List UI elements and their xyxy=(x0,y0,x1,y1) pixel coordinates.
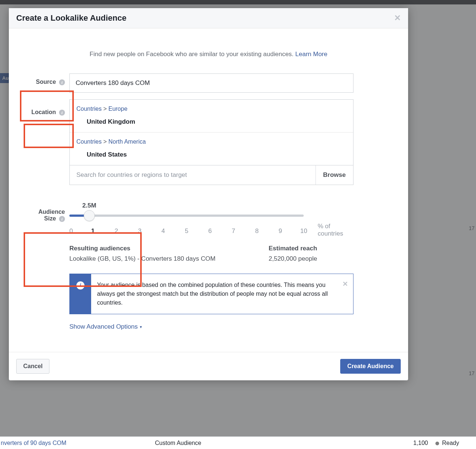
reach-col: Estimated reach 2,520,000 people xyxy=(269,245,353,263)
info-note-text: Your audience is based on the combined p… xyxy=(91,274,353,314)
reach-value: 2,520,000 people xyxy=(269,255,353,263)
location-breadcrumb: Countries > North America xyxy=(76,138,346,145)
bg-row-count: 1,100 xyxy=(399,440,428,446)
slider-ticks: 012345678910 xyxy=(69,227,315,235)
slider-tick: 7 xyxy=(222,227,245,235)
pct-of-countries-label: % of countries xyxy=(318,223,353,237)
slider-ticks-row: 012345678910 % of countries xyxy=(69,223,353,237)
resulting-row: Resulting audiences Lookalike (GB, US, 1… xyxy=(69,245,353,263)
location-label: Location i xyxy=(25,99,69,116)
slider-tick: 1 xyxy=(81,227,105,235)
countries-link[interactable]: Countries xyxy=(76,106,101,112)
size-label-text2: Size xyxy=(44,215,56,222)
info-note: i Your audience is based on the combined… xyxy=(69,274,353,314)
modal-footer: Cancel Create Audience xyxy=(9,352,408,380)
continent-link[interactable]: Europe xyxy=(108,106,128,112)
slider-tick: 8 xyxy=(245,227,269,235)
bg-number: 17 xyxy=(469,225,475,231)
create-audience-button[interactable]: Create Audience xyxy=(340,359,401,374)
slider-track[interactable] xyxy=(69,215,304,217)
location-footer: Browse xyxy=(70,165,353,185)
cancel-button[interactable]: Cancel xyxy=(16,359,49,374)
audience-size-row: Audience Size i 2.5M 012345678910 % of c… xyxy=(25,198,392,330)
size-label-text1: Audience xyxy=(38,209,65,215)
bg-row-type: Custom Audience xyxy=(155,440,399,446)
modal-title: Create a Lookalike Audience xyxy=(16,13,127,23)
slider-tick: 3 xyxy=(128,227,152,235)
bg-top-bar xyxy=(0,0,476,4)
advanced-options-toggle[interactable]: Show Advanced Options▾ xyxy=(69,323,353,330)
slider-tick: 5 xyxy=(175,227,199,235)
source-label-text: Source xyxy=(36,79,56,85)
location-row: Location i Countries > Europe United Kin… xyxy=(25,99,392,185)
bg-row-name: nverters of 90 days COM xyxy=(0,440,155,446)
slider-value-bubble: 2.5M xyxy=(82,202,96,209)
slider-tick: 9 xyxy=(269,227,292,235)
source-input[interactable] xyxy=(69,73,353,93)
close-icon[interactable]: ✕ xyxy=(394,13,401,23)
info-icon[interactable]: i xyxy=(59,79,65,85)
location-search-input[interactable] xyxy=(70,165,315,185)
slider-tick: 2 xyxy=(105,227,128,235)
resulting-col: Resulting audiences Lookalike (GB, US, 1… xyxy=(69,245,269,263)
selected-country: United Kingdom xyxy=(76,118,346,126)
location-label-text: Location xyxy=(31,109,56,115)
bg-bottom-row: nverters of 90 days COM Custom Audience … xyxy=(0,436,476,449)
info-icon: i xyxy=(70,274,91,314)
countries-link[interactable]: Countries xyxy=(76,138,101,145)
bg-row-status: Ready xyxy=(428,440,476,446)
slider-tick: 10 xyxy=(292,227,316,235)
location-box: Countries > Europe United Kingdom Countr… xyxy=(69,99,353,185)
slider-tick: 6 xyxy=(199,227,222,235)
chevron-down-icon: ▾ xyxy=(140,325,142,329)
source-label: Source i xyxy=(25,73,69,85)
slider-tick: 0 xyxy=(69,227,81,235)
location-item: Countries > North America United States xyxy=(70,132,353,165)
size-label: Audience Size i xyxy=(25,198,69,222)
reach-head: Estimated reach xyxy=(269,245,353,252)
location-item: Countries > Europe United Kingdom xyxy=(70,100,353,132)
selected-country: United States xyxy=(76,151,346,158)
continent-link[interactable]: North America xyxy=(108,138,146,145)
modal-header: Create a Lookalike Audience ✕ xyxy=(9,8,408,28)
slider-tick: 4 xyxy=(152,227,175,235)
learn-more-link[interactable]: Learn More xyxy=(295,51,327,58)
source-row: Source i xyxy=(25,73,392,93)
browse-button[interactable]: Browse xyxy=(315,165,353,185)
size-slider: 2.5M 012345678910 % of countries xyxy=(69,198,353,237)
resulting-value: Lookalike (GB, US, 1%) - Converters 180 … xyxy=(69,255,269,263)
location-breadcrumb: Countries > Europe xyxy=(76,106,346,112)
slider-knob[interactable] xyxy=(84,210,95,221)
info-icon[interactable]: i xyxy=(59,216,65,222)
modal-body: Find new people on Facebook who are simi… xyxy=(9,28,408,341)
intro-span: Find new people on Facebook who are simi… xyxy=(90,51,296,58)
bg-number: 17 xyxy=(469,370,475,376)
resulting-head: Resulting audiences xyxy=(69,245,269,252)
close-icon[interactable]: ✕ xyxy=(342,279,348,289)
info-icon[interactable]: i xyxy=(59,110,65,116)
intro-text: Find new people on Facebook who are simi… xyxy=(25,51,392,58)
lookalike-modal: Create a Lookalike Audience ✕ Find new p… xyxy=(9,8,408,380)
